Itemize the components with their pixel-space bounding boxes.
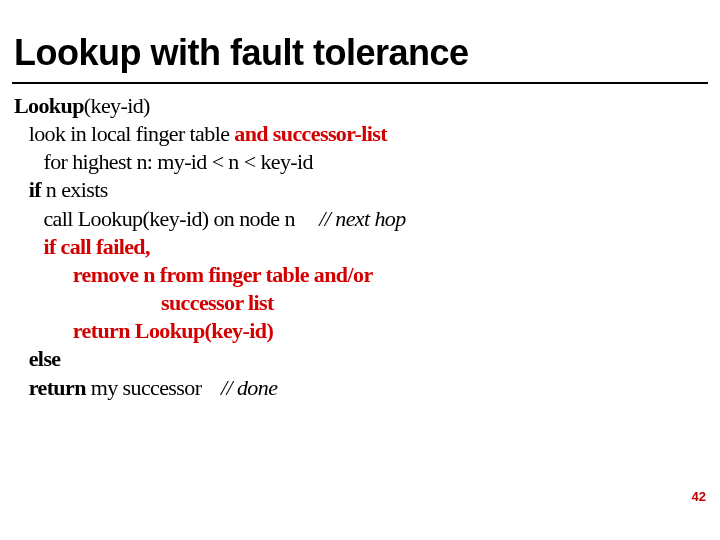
algo-highlight: if call failed, — [43, 234, 149, 259]
algo-indent — [14, 234, 43, 259]
algo-comment: // next hop — [319, 206, 405, 231]
algo-text: call Lookup(key-id) on node n — [14, 206, 319, 231]
algo-line-6: if call failed, — [14, 233, 704, 261]
algo-line-1: Lookup(key-id) — [14, 92, 704, 120]
algo-indent — [14, 318, 73, 343]
algo-text: my successor — [91, 375, 221, 400]
algo-highlight: remove n from finger table and/or — [73, 262, 373, 287]
algo-keyword: if — [29, 177, 46, 202]
algo-text: for highest n: my-id < n < key-id — [14, 149, 313, 174]
algo-line-10: else — [14, 345, 704, 373]
algo-keyword: else — [29, 346, 66, 371]
algo-highlight: return Lookup(key-id) — [73, 318, 273, 343]
algo-indent — [14, 262, 73, 287]
title-underline — [12, 82, 708, 84]
algo-line-5: call Lookup(key-id) on node n // next ho… — [14, 205, 704, 233]
algo-keyword: return — [29, 375, 91, 400]
algo-indent — [14, 346, 29, 371]
slide-title: Lookup with fault tolerance — [14, 32, 469, 74]
algo-highlight: successor list — [161, 290, 274, 315]
algo-comment: // done — [221, 375, 277, 400]
algo-indent — [14, 375, 29, 400]
algo-line-7: remove n from finger table and/or — [14, 261, 704, 289]
page-number: 42 — [692, 489, 706, 504]
algo-keyword: Lookup — [14, 93, 84, 118]
algo-highlight: and successor-list — [234, 121, 387, 146]
algo-line-3: for highest n: my-id < n < key-id — [14, 148, 704, 176]
algo-indent — [14, 177, 29, 202]
algo-line-9: return Lookup(key-id) — [14, 317, 704, 345]
slide: Lookup with fault tolerance Lookup(key-i… — [0, 0, 720, 540]
algo-line-11: return my successor // done — [14, 374, 704, 402]
algorithm-block: Lookup(key-id) look in local finger tabl… — [14, 92, 704, 402]
algo-indent — [14, 290, 161, 315]
algo-text: n exists — [46, 177, 108, 202]
algo-text: look in local finger table — [14, 121, 234, 146]
algo-line-8: successor list — [14, 289, 704, 317]
algo-line-4: if n exists — [14, 176, 704, 204]
algo-line-2: look in local finger table and successor… — [14, 120, 704, 148]
algo-text: (key-id) — [84, 93, 150, 118]
